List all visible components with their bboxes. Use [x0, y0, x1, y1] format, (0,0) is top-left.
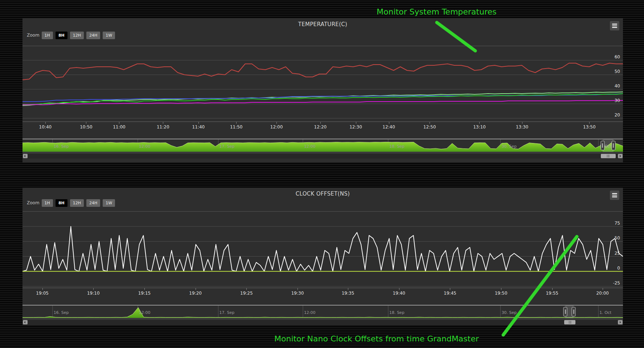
x-axis-label: 12:40: [382, 124, 395, 130]
chart-context-menu-button[interactable]: [610, 191, 619, 200]
scrollbar-right-arrow[interactable]: [618, 154, 623, 158]
x-axis-tick: [552, 288, 553, 290]
scrollbar-right-arrow[interactable]: [618, 320, 623, 324]
zoom-button-24h[interactable]: 24H: [86, 32, 100, 39]
navigator-left-handle[interactable]: [600, 141, 604, 150]
navigator[interactable]: 16. Sep12:0017. Sep12:0018. Sep30. Sep1.…: [22, 305, 623, 319]
x-axis-tick: [144, 288, 145, 290]
zoom-button-1h[interactable]: 1H: [42, 199, 53, 207]
navigator-date-label: 16. Sep: [54, 144, 69, 149]
navigator[interactable]: 16. Sep12:0017. Sep12:0018. Sep30. Sep1.…: [22, 139, 623, 152]
zoom-button-8h[interactable]: 8H: [56, 199, 67, 207]
y-axis-label: 30: [615, 98, 620, 103]
navigator-right-handle[interactable]: [611, 141, 615, 150]
x-axis-label: 10:40: [39, 124, 52, 130]
zoom-button-12h[interactable]: 12H: [70, 32, 84, 39]
series-clock-offset: [22, 226, 623, 271]
y-axis-label: 0: [617, 266, 620, 271]
y-axis-label: 40: [615, 83, 620, 89]
x-axis-tick: [196, 288, 196, 290]
x-axis-label: 19:05: [36, 291, 49, 296]
range-selector: Zoom 1H8H12H24H1W: [27, 199, 118, 207]
zoom-label: Zoom: [27, 200, 40, 205]
x-axis-label: 19:55: [546, 291, 558, 296]
x-axis-tick: [450, 288, 450, 290]
x-axis-tick: [479, 122, 480, 124]
scrollbar-left-arrow[interactable]: [23, 320, 28, 324]
x-axis-tick: [93, 288, 94, 290]
x-axis-tick: [501, 288, 501, 290]
y-axis-label: 20: [615, 112, 620, 118]
y-axis-label: -25: [613, 281, 620, 286]
y-axis-label: 50: [615, 69, 620, 74]
scrollbar[interactable]: [22, 319, 623, 325]
x-axis-label: 19:35: [342, 291, 354, 296]
scrollbar-left-arrow[interactable]: [23, 154, 28, 158]
navigator-date-label: 17. Sep: [220, 144, 235, 149]
scrollbar-thumb[interactable]: [564, 320, 575, 324]
hamburger-menu-icon: [612, 24, 617, 25]
x-axis-tick: [399, 288, 399, 290]
x-axis-tick: [236, 122, 237, 124]
x-axis-tick: [198, 122, 199, 124]
zoom-button-1h[interactable]: 1H: [42, 32, 53, 39]
x-axis-label: 13:30: [516, 124, 529, 130]
x-axis-tick: [246, 288, 247, 290]
x-axis-label: 13:10: [473, 124, 486, 130]
x-axis-label: 12:50: [423, 124, 436, 130]
x-axis-label: 11:00: [113, 124, 126, 130]
x-axis-tick: [603, 288, 603, 290]
zoom-button-8h[interactable]: 8H: [56, 32, 67, 39]
plot-area[interactable]: 7550250-25: [22, 211, 623, 288]
x-axis-tick: [119, 122, 119, 124]
x-axis-tick: [320, 122, 321, 124]
y-axis-label: 25: [615, 251, 620, 256]
x-axis-tick: [163, 122, 163, 124]
clock-offset-chart-panel: CLOCK OFFSET(NS) Zoom 1H8H12H24H1W 75502…: [22, 188, 623, 325]
series-temperature-red: [22, 63, 623, 80]
range-selector: Zoom 1H8H12H24H1W: [27, 31, 118, 39]
navigator-left-handle[interactable]: [563, 307, 567, 316]
monitoring-dashboard: { "annotations": { "top_text": "Monitor …: [0, 0, 644, 348]
x-axis-label: 12:30: [349, 124, 362, 130]
scrollbar-thumb[interactable]: [601, 154, 616, 158]
zoom-button-12h[interactable]: 12H: [70, 199, 84, 207]
temperature-chart-panel: TEMPERATURE(C) Zoom 1H8H12H24H1W 6050403…: [22, 18, 623, 163]
navigator-right-handle[interactable]: [572, 307, 576, 316]
x-axis-tick: [522, 122, 522, 124]
x-axis-label: 13:50: [583, 124, 596, 130]
x-axis-label: 20:00: [596, 291, 609, 296]
annotation-system-temperatures: Monitor System Temperatures: [377, 7, 496, 16]
x-axis-tick: [348, 288, 348, 290]
navigator-date-label: 30. Sep: [501, 310, 517, 315]
navigator-date-label: 16. Sep: [54, 310, 69, 315]
x-axis-label: 19:45: [444, 291, 456, 296]
x-axis-label: 12:00: [270, 124, 283, 130]
x-axis-label: 19:10: [87, 291, 100, 296]
chart-context-menu-button[interactable]: [610, 21, 619, 30]
x-axis-label: 12:20: [314, 124, 327, 130]
chart-title: CLOCK OFFSET(NS): [22, 191, 623, 197]
navigator-date-label: 18. Sep: [389, 310, 405, 315]
x-axis-label: 19:25: [240, 291, 253, 296]
zoom-button-1w[interactable]: 1W: [103, 32, 115, 39]
x-axis-tick: [356, 122, 356, 124]
temperature-line-chart: [22, 46, 623, 122]
zoom-buttons: 1H8H12H24H1W: [42, 199, 118, 207]
x-axis-label: 19:15: [138, 291, 151, 296]
navigator-date-label: 12:00: [304, 144, 316, 149]
zoom-button-24h[interactable]: 24H: [86, 199, 100, 207]
x-axis-tick: [276, 122, 277, 124]
zoom-button-1w[interactable]: 1W: [103, 199, 115, 207]
plot-area[interactable]: 6050403020: [22, 46, 623, 122]
x-axis-label: 11:40: [192, 124, 205, 130]
scrollbar[interactable]: [22, 153, 623, 159]
navigator-date-label: 12:00: [139, 144, 151, 149]
navigator-date-label: 1. Oct: [599, 310, 611, 315]
zoom-buttons: 1H8H12H24H1W: [42, 31, 118, 39]
x-axis-label: 19:50: [495, 291, 508, 296]
x-axis-label: 11:20: [157, 124, 169, 130]
x-axis-label: 19:40: [393, 291, 405, 296]
y-axis-label: 75: [615, 221, 620, 226]
clock-offset-line-chart: [22, 211, 623, 288]
